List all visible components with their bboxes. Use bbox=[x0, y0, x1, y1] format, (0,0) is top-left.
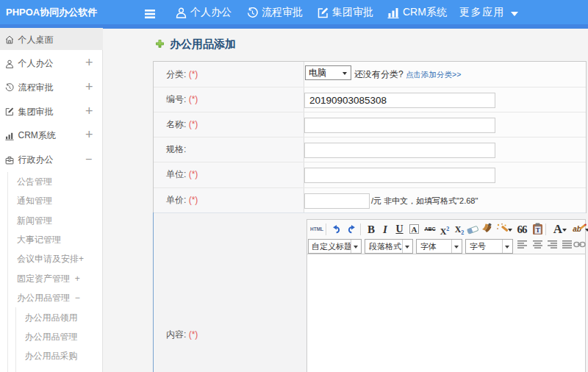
svg-text:T: T bbox=[536, 226, 540, 234]
